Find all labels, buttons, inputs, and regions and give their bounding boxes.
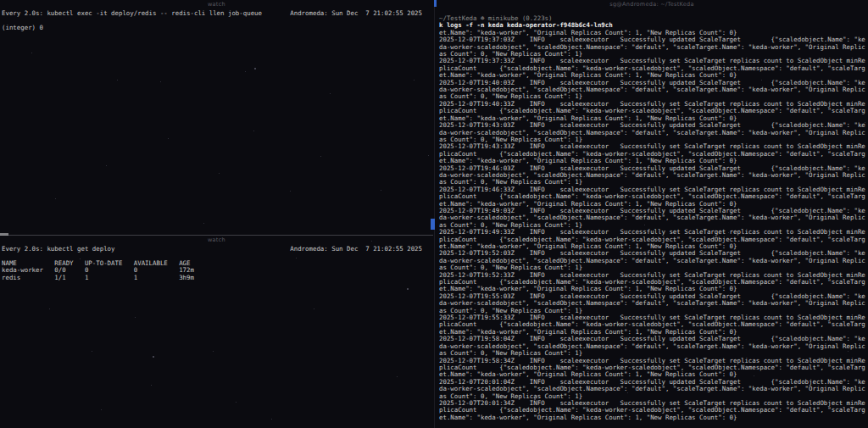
pane-focus-indicator [434, 0, 437, 7]
log-lines: et.Name": "keda-worker", "Original Repli… [439, 30, 868, 421]
terminal-pane-logs[interactable]: sg@Andromeda: ~/TestKeda ~/TestKeda ☸ mi… [434, 0, 868, 428]
watch-deploy-header: Every 2.0s: kubectl get deploy Andromeda… [2, 246, 422, 253]
desktop: watch Every 2.0s: kubectl exec -it deplo… [0, 0, 868, 428]
pane-title-watch-deploy: watch [0, 236, 433, 244]
terminal-pane-watch-deploy[interactable]: watch Every 2.0s: kubectl get deploy And… [0, 236, 433, 428]
watch-deploy-command-text: Every 2.0s: kubectl get deploy [2, 246, 115, 253]
watch-redis-header: Every 2.0s: kubectl exec -it deploy/redi… [2, 10, 422, 17]
pane-title-logs: sg@Andromeda: ~/TestKeda [435, 0, 868, 8]
redis-llen-output: (integer) 0 [2, 25, 422, 31]
scrollbar-thumb[interactable] [431, 219, 435, 230]
left-column: watch Every 2.0s: kubectl exec -it deplo… [0, 0, 433, 428]
terminal-pane-watch-redis[interactable]: watch Every 2.0s: kubectl exec -it deplo… [0, 0, 433, 236]
watch-redis-host-datetime: Andromeda: Sun Dec 7 21:02:55 2025 [290, 10, 422, 17]
watch-redis-command-text: Every 2.0s: kubectl exec -it deploy/redi… [2, 10, 262, 17]
pane-title-watch-redis: watch [0, 0, 433, 8]
watch-deploy-host-datetime: Andromeda: Sun Dec 7 21:02:55 2025 [290, 246, 422, 253]
deploy-table: NAME READY UP-TO-DATE AVAILABLE AGE keda… [2, 260, 422, 281]
